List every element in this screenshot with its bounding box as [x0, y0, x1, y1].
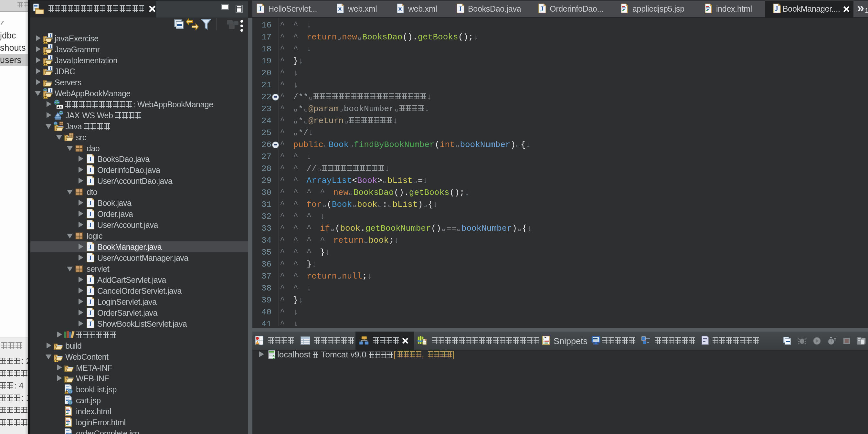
svg-text:J: J	[89, 276, 92, 283]
svg-text:J: J	[258, 5, 262, 12]
svg-text:J: J	[89, 243, 92, 250]
svg-text:J: J	[89, 178, 92, 185]
svg-text:J: J	[459, 5, 462, 12]
svg-text:4.0: 4.0	[57, 105, 62, 109]
svg-text:J: J	[89, 309, 92, 316]
svg-text:J: J	[89, 210, 92, 217]
svg-text:J: J	[89, 199, 92, 207]
svg-text:X: X	[398, 6, 402, 12]
svg-text:J: J	[89, 221, 92, 228]
svg-text:J: J	[540, 5, 544, 12]
svg-text:J: J	[89, 320, 92, 328]
svg-text:J: J	[89, 155, 92, 162]
svg-text:J: J	[89, 166, 92, 174]
svg-text:J: J	[775, 5, 778, 12]
svg-text:X: X	[338, 6, 342, 12]
svg-text:J: J	[89, 254, 92, 261]
svg-text:J: J	[89, 298, 92, 305]
svg-text:J: J	[89, 287, 92, 294]
